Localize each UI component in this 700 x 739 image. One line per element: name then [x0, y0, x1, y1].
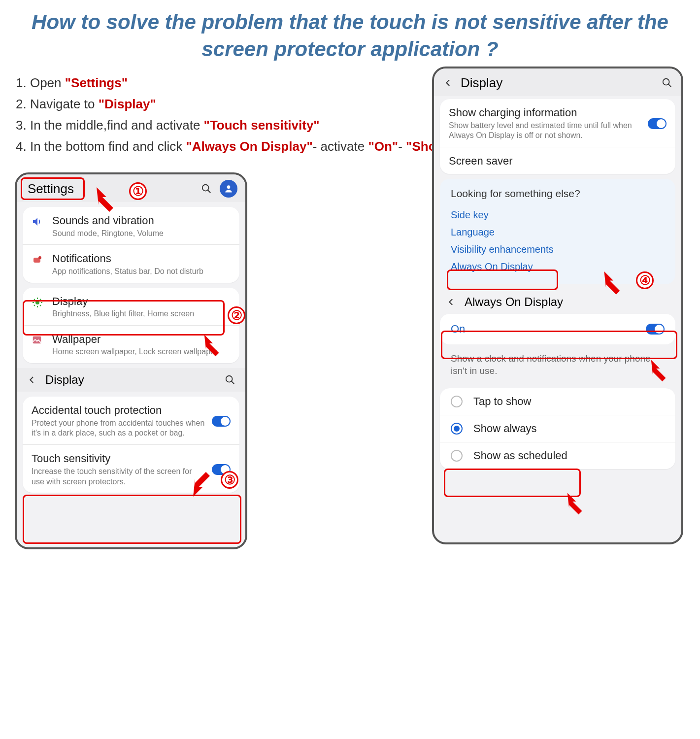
phone-left: Settings Sounds and vibrationSound mode,…: [15, 172, 247, 549]
svg-point-20: [663, 79, 669, 85]
option-show-scheduled[interactable]: Show as scheduled: [440, 442, 675, 469]
wallpaper-icon: [32, 333, 52, 345]
search-icon[interactable]: [224, 373, 236, 386]
charging-card: Show charging informationShow battery le…: [440, 99, 675, 174]
search-icon[interactable]: [200, 182, 213, 195]
row-wallpaper[interactable]: WallpaperHome screen wallpaper, Lock scr…: [23, 325, 239, 363]
settings-title: Settings: [25, 181, 200, 197]
brightness-icon: [32, 295, 52, 308]
link-language[interactable]: Language: [451, 224, 665, 241]
svg-point-0: [202, 185, 209, 191]
svg-point-15: [226, 376, 233, 382]
svg-line-21: [668, 84, 671, 87]
aod-description: Show a clock and notifications when your…: [434, 348, 681, 383]
svg-point-4: [38, 256, 41, 259]
settings-card-1: Sounds and vibrationSound mode, Ringtone…: [23, 207, 239, 283]
svg-line-12: [34, 305, 35, 306]
option-show-always[interactable]: Show always: [440, 415, 675, 442]
row-touch-sensitivity[interactable]: Touch sensitivityIncrease the touch sens…: [23, 444, 239, 493]
row-accidental-touch[interactable]: Accidental touch protectionProtect your …: [23, 397, 239, 444]
option-tap-to-show[interactable]: Tap to show: [440, 388, 675, 415]
settings-header: Settings: [17, 174, 245, 202]
settings-card-2: DisplayBrightness, Blue light filter, Ho…: [23, 288, 239, 364]
radio-icon: [451, 450, 463, 462]
looking-for-card: Looking for something else? Side key Lan…: [440, 179, 675, 284]
display-card: Accidental touch protectionProtect your …: [23, 397, 239, 493]
display-header: Display: [434, 68, 681, 96]
touch-sensitivity-toggle[interactable]: [212, 464, 231, 475]
row-display[interactable]: DisplayBrightness, Blue light filter, Ho…: [23, 288, 239, 325]
svg-point-2: [227, 185, 231, 189]
svg-point-5: [35, 301, 39, 304]
row-sounds[interactable]: Sounds and vibrationSound mode, Ringtone…: [23, 207, 239, 244]
speaker-icon: [32, 214, 52, 228]
display-header: Display: [17, 368, 245, 392]
aod-on-row[interactable]: On: [440, 314, 675, 344]
aod-toggle[interactable]: [646, 324, 665, 335]
aod-options-card: Tap to show Show always Show as schedule…: [440, 388, 675, 469]
svg-line-11: [40, 305, 41, 306]
search-icon[interactable]: [661, 76, 673, 89]
svg-line-1: [208, 190, 211, 193]
notification-icon: [32, 252, 52, 266]
back-icon[interactable]: [445, 296, 458, 308]
back-icon[interactable]: [26, 373, 38, 386]
svg-line-10: [34, 299, 35, 300]
row-charging-info[interactable]: Show charging informationShow battery le…: [440, 99, 675, 147]
link-visibility[interactable]: Visibility enhancements: [451, 241, 665, 258]
phone-right: Display Show charging informationShow ba…: [432, 67, 683, 544]
link-side-key[interactable]: Side key: [451, 206, 665, 224]
back-icon[interactable]: [442, 76, 455, 89]
link-always-on-display[interactable]: Always On Display: [451, 258, 665, 275]
avatar[interactable]: [220, 180, 237, 198]
row-notifications[interactable]: NotificationsApp notifications, Status b…: [23, 244, 239, 282]
aod-header: Always On Display: [434, 289, 681, 314]
svg-line-13: [40, 299, 41, 300]
row-screen-saver[interactable]: Screen saver: [440, 147, 675, 174]
radio-icon: [451, 423, 463, 435]
accidental-touch-toggle[interactable]: [212, 416, 231, 427]
radio-icon: [451, 396, 463, 407]
page-title: How to solve the problem that the touch …: [0, 0, 700, 67]
charging-info-toggle[interactable]: [648, 118, 667, 129]
svg-line-16: [232, 381, 234, 384]
svg-marker-24: [567, 493, 582, 515]
